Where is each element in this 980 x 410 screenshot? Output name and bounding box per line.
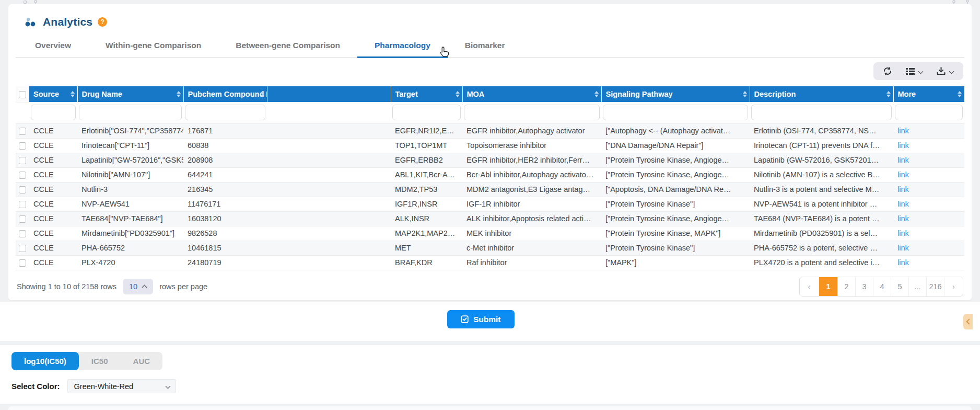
row-more-link[interactable]: link — [897, 200, 909, 208]
page-button-4[interactable]: 4 — [873, 277, 891, 296]
table-row: CCLE PLX-4720 24180719 BRAF,KDR Raf inhi… — [16, 255, 964, 270]
column-header-target[interactable]: Target — [391, 86, 462, 102]
cell-drug-name: Nutlin-3 — [77, 182, 183, 197]
cell-moa: EGFR inhibitor,HER2 inhibitor,Ferr… — [462, 153, 601, 167]
column-header-moa[interactable]: MOA — [462, 86, 601, 102]
filter-input-drug-name[interactable] — [79, 105, 182, 120]
cell-pubchem-id: 60838 — [183, 138, 267, 153]
column-header-signaling-pathway[interactable]: Signaling Pathway — [601, 86, 750, 102]
cell-pubchem-id: 208908 — [183, 153, 267, 167]
select-all-checkbox[interactable] — [19, 91, 26, 98]
cell-source: CCLE — [29, 167, 77, 182]
tab-pharmacology[interactable]: Pharmacology — [357, 36, 448, 58]
chevron-down-icon — [918, 69, 923, 74]
row-checkbox[interactable] — [19, 201, 26, 208]
column-header-description[interactable]: Description — [750, 86, 893, 102]
tab-overview[interactable]: Overview — [18, 36, 88, 57]
cell-source: CCLE — [29, 211, 77, 226]
row-more-link[interactable]: link — [897, 127, 909, 135]
row-checkbox[interactable] — [19, 172, 26, 179]
column-header-more[interactable]: More — [893, 86, 964, 102]
tab-ic50[interactable]: IC50 — [79, 352, 121, 370]
tab-log10-ic50[interactable]: log10(IC50) — [11, 352, 79, 370]
page-header: Analytics ? — [16, 12, 964, 28]
cell-moa: EGFR inhibitor,Autophagy activator — [462, 123, 601, 138]
row-checkbox[interactable] — [19, 259, 26, 267]
column-header-source[interactable]: Source — [29, 86, 77, 102]
cell-pubchem-id: 10461815 — [183, 241, 267, 255]
page-size-dropdown[interactable]: 10 — [123, 279, 153, 294]
row-more-link[interactable]: link — [897, 244, 909, 252]
cell-description: NVP-AEW541 is a potent inhibitor … — [750, 197, 893, 211]
cell-description: PLX4720 is a potent and selective i… — [750, 255, 893, 270]
filter-input-more[interactable] — [895, 105, 963, 120]
refresh-button[interactable] — [883, 66, 892, 76]
filter-input-signaling-pathway[interactable] — [603, 105, 748, 120]
filter-input-description[interactable] — [751, 105, 892, 120]
cell-spacer — [267, 182, 391, 197]
row-more-link[interactable]: link — [897, 258, 909, 267]
cell-signaling-pathway: ["Autophagy <-- (Autophagy activat… — [601, 123, 750, 138]
row-checkbox[interactable] — [19, 245, 26, 252]
cell-pubchem-id: 11476171 — [183, 197, 267, 211]
column-header-pubchem-id[interactable]: Pubchem Compound ID — [183, 86, 267, 102]
color-select[interactable]: Green-White-Red — [67, 379, 176, 393]
page-button-3[interactable]: 3 — [855, 277, 873, 296]
cell-source: CCLE — [29, 255, 77, 270]
help-icon[interactable]: ? — [98, 17, 107, 27]
color-picker-row: Select Color: Green-White-Red — [11, 379, 176, 393]
row-checkbox[interactable] — [19, 215, 26, 223]
cell-target: MDM2,TP53 — [391, 182, 462, 197]
cell-signaling-pathway: ["DNA Damage/DNA Repair"] — [601, 138, 750, 153]
row-more-link[interactable]: link — [897, 185, 909, 193]
row-more-link[interactable]: link — [897, 170, 909, 179]
row-more-link[interactable]: link — [897, 229, 909, 237]
side-panel-handle[interactable] — [963, 314, 973, 329]
cell-pubchem-id: 9826528 — [183, 226, 267, 241]
row-checkbox[interactable] — [19, 186, 26, 193]
cell-spacer — [267, 211, 391, 226]
page-button-2[interactable]: 2 — [837, 277, 855, 296]
row-more-link[interactable]: link — [897, 214, 909, 223]
tab-auc[interactable]: AUC — [121, 352, 163, 370]
tab-within-gene-comparison[interactable]: Within-gene Comparison — [88, 36, 218, 57]
table-toolbar — [16, 58, 964, 85]
column-header-drug-name[interactable]: Drug Name — [77, 86, 183, 102]
filter-input-pubchem-id[interactable] — [185, 105, 265, 120]
filter-input-moa[interactable] — [464, 105, 600, 120]
cell-target: MET — [391, 241, 462, 255]
table-row: CCLE Lapatinib["GW-572016","GSK5720… 208… — [16, 153, 964, 167]
cell-source: CCLE — [29, 138, 77, 153]
next-section-peek — [8, 406, 972, 410]
pharmacology-table: Source Drug Name Pubchem Compound ID Tar… — [16, 86, 964, 270]
cell-target: ALK,INSR — [391, 211, 462, 226]
page-button-1[interactable]: 1 — [819, 277, 837, 296]
row-more-link[interactable]: link — [897, 141, 909, 150]
row-more-link[interactable]: link — [897, 156, 909, 164]
cell-pubchem-id: 644241 — [183, 167, 267, 182]
table-row: CCLE Erlotinib["OSI-774","CP358774","N… … — [16, 123, 964, 138]
cell-target: TOP1,TOP1MT — [391, 138, 462, 153]
filter-input-target[interactable] — [392, 105, 461, 120]
page-button-216[interactable]: 216 — [926, 277, 944, 296]
page-button-5[interactable]: 5 — [891, 277, 908, 296]
table-body: CCLE Erlotinib["OSI-774","CP358774","N… … — [16, 123, 964, 270]
row-checkbox[interactable] — [19, 157, 26, 164]
filter-input-source[interactable] — [31, 105, 76, 120]
cell-drug-name: Nilotinib["AMN-107"] — [77, 167, 183, 182]
cell-description: Irinotecan (CPT-11) prevents DNA f… — [750, 138, 893, 153]
row-checkbox[interactable] — [19, 128, 26, 135]
tab-biomarker[interactable]: Biomarker — [448, 36, 522, 57]
row-checkbox[interactable] — [19, 230, 26, 237]
prev-page-button[interactable]: ‹ — [800, 277, 819, 296]
next-page-button[interactable]: › — [944, 277, 963, 296]
submit-button[interactable]: Submit — [447, 310, 515, 328]
export-button[interactable] — [937, 67, 954, 75]
columns-button[interactable] — [906, 67, 923, 75]
sort-icon — [71, 91, 75, 97]
sort-icon — [594, 91, 599, 97]
cell-signaling-pathway: ["Protein Tyrosine Kinase, Angioge… — [601, 211, 750, 226]
tab-between-gene-comparison[interactable]: Between-gene Comparison — [218, 36, 357, 57]
refresh-icon — [883, 66, 892, 76]
row-checkbox[interactable] — [19, 142, 26, 150]
